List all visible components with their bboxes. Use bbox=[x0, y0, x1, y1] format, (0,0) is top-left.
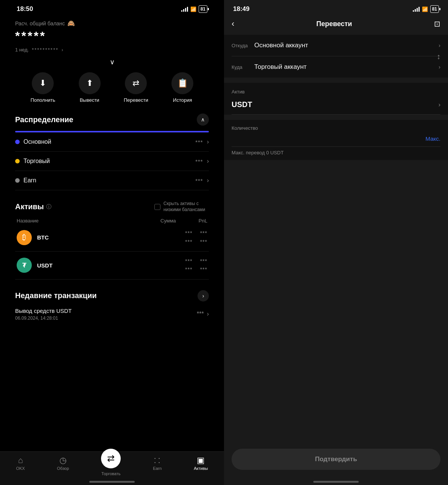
usdt-pnl2: *** bbox=[200, 265, 207, 274]
dist-trade-name: Торговый bbox=[23, 158, 50, 165]
dist-trade-chevron: › bbox=[207, 158, 209, 165]
tx-value: *** bbox=[197, 311, 204, 317]
tx-date: 06.09.2024, 14:28:01 bbox=[15, 316, 72, 321]
btc-pnl2: *** bbox=[200, 238, 207, 246]
trade-button[interactable]: ⇄ bbox=[101, 449, 121, 468]
dist-trade-value: *** bbox=[195, 158, 203, 165]
assets-header: Активы ⓘ Скрыть активы с низкими баланса… bbox=[15, 201, 209, 213]
time-left: 18:50 bbox=[17, 5, 33, 13]
back-button[interactable]: ‹ bbox=[232, 19, 234, 29]
distribution-header: Распределение ∧ bbox=[15, 113, 209, 126]
transfer-icon: ⇄ bbox=[125, 72, 147, 94]
left-screen: 18:50 📶 81 Расч. общий баланс 🙈 ***** 1 … bbox=[0, 0, 224, 485]
page-title: Перевести bbox=[316, 20, 352, 28]
distribution-trade[interactable]: Торговый *** › bbox=[15, 152, 209, 171]
dist-earn-name: Earn bbox=[23, 177, 36, 184]
usdt-val1: *** bbox=[185, 257, 192, 265]
withdraw-button[interactable]: ⬆ Вывести bbox=[79, 72, 101, 103]
collapse-arrow[interactable]: ∨ bbox=[15, 58, 209, 66]
hide-balance-icon[interactable]: 🙈 bbox=[67, 20, 75, 27]
balance-value: ***** bbox=[15, 29, 209, 43]
asset-row-usdt[interactable]: ₮ USDT *** *** *** *** bbox=[15, 252, 209, 280]
withdraw-icon: ⬆ bbox=[79, 72, 101, 94]
usdt-val2: *** bbox=[185, 265, 192, 274]
from-chevron: › bbox=[439, 42, 440, 48]
btc-icon: ₿ bbox=[17, 230, 32, 245]
btc-pnl1: *** bbox=[200, 229, 207, 237]
deposit-label: Пополнить bbox=[31, 97, 55, 103]
home-indicator-right bbox=[313, 481, 359, 483]
nav-trade[interactable]: ⇄ Торговать bbox=[101, 452, 121, 476]
status-bar-left: 18:50 📶 81 bbox=[8, 0, 216, 16]
qty-label: Количество bbox=[232, 125, 440, 131]
home-indicator-left bbox=[89, 481, 135, 483]
quantity-section: Количество Макс. Макс. перевод 0 USDT bbox=[224, 120, 448, 160]
dist-main-name: Основной bbox=[23, 138, 51, 145]
tx-chevron: › bbox=[207, 311, 209, 317]
nav-earn[interactable]: ⸬ Earn bbox=[153, 456, 162, 476]
status-icons-right: 📶 81 bbox=[413, 5, 439, 13]
transfer-button[interactable]: ⇄ Перевести bbox=[124, 72, 148, 103]
col-amount: Сумма bbox=[160, 218, 176, 224]
nav-earn-label: Earn bbox=[153, 466, 162, 471]
dot-earn bbox=[15, 178, 20, 183]
asset-value-row[interactable]: USDT › bbox=[232, 95, 440, 115]
dist-main-chevron: › bbox=[207, 138, 209, 145]
hide-low-balances[interactable]: Скрыть активы с низкими балансами bbox=[154, 201, 209, 213]
to-label: Куда bbox=[232, 64, 254, 70]
distribution-earn[interactable]: Earn *** › bbox=[15, 171, 209, 190]
dot-main bbox=[15, 140, 20, 144]
time-right: 18:49 bbox=[233, 5, 249, 13]
nav-assets-label: Активы bbox=[194, 466, 208, 471]
signal-icon bbox=[181, 6, 188, 12]
status-bar-right: 18:49 📶 81 bbox=[224, 0, 448, 16]
scan-icon[interactable]: ⊡ bbox=[434, 19, 440, 28]
deposit-icon: ⬇ bbox=[32, 72, 54, 94]
dot-trade bbox=[15, 159, 20, 163]
asset-row-btc[interactable]: ₿ BTC *** *** *** *** bbox=[15, 224, 209, 252]
deposit-button[interactable]: ⬇ Пополнить bbox=[31, 72, 55, 103]
col-name: Название bbox=[17, 218, 39, 224]
distribution-collapse-btn[interactable]: ∧ bbox=[197, 113, 209, 126]
max-button[interactable]: Макс. bbox=[426, 135, 440, 142]
from-label: Откуда bbox=[232, 43, 254, 48]
history-button[interactable]: 📋 История bbox=[171, 72, 193, 103]
asset-section: Актив USDT › bbox=[224, 83, 448, 115]
wifi-icon-right: 📶 bbox=[422, 6, 428, 12]
overview-icon: ◷ bbox=[59, 456, 67, 465]
recent-title: Недавние транзакции bbox=[15, 291, 97, 300]
period-label: 1 нед. bbox=[15, 47, 29, 53]
max-transfer: Макс. перевод 0 USDT bbox=[232, 150, 440, 155]
history-label: История bbox=[173, 97, 192, 103]
distribution-title: Распределение bbox=[15, 115, 73, 124]
from-value: Основной аккаунт bbox=[254, 42, 439, 49]
period-chevron[interactable]: › bbox=[62, 47, 63, 53]
nav-assets[interactable]: ▣ Активы bbox=[194, 456, 208, 476]
distribution-main[interactable]: Основной *** › bbox=[15, 132, 209, 152]
btc-val1: *** bbox=[185, 229, 192, 237]
asset-value: USDT bbox=[232, 100, 252, 109]
asset-label: Актив bbox=[232, 89, 245, 95]
recent-arrow-btn[interactable]: › bbox=[198, 290, 209, 302]
right-screen: 18:49 📶 81 ‹ Перевести ⊡ Откуда Основной… bbox=[224, 0, 448, 485]
confirm-button[interactable]: Подтвердить bbox=[232, 449, 440, 470]
to-row[interactable]: Куда Торговый аккаунт › bbox=[232, 56, 440, 78]
btc-val2: *** bbox=[185, 238, 192, 246]
withdraw-label: Вывести bbox=[80, 97, 100, 103]
from-row[interactable]: Откуда Основной аккаунт › bbox=[232, 35, 440, 56]
btc-values: *** *** bbox=[185, 229, 192, 246]
battery-left: 81 bbox=[199, 5, 207, 13]
period-value: ********** bbox=[32, 47, 59, 53]
assets-info-icon[interactable]: ⓘ bbox=[46, 204, 51, 210]
action-buttons: ⬇ Пополнить ⬆ Вывести ⇄ Перевести 📋 Исто… bbox=[15, 72, 209, 103]
nav-home[interactable]: ⌂ OKX bbox=[16, 456, 25, 476]
dist-earn-chevron: › bbox=[207, 177, 209, 184]
asset-chevron: › bbox=[439, 101, 440, 108]
tx-row-1[interactable]: Вывод средств USDT 06.09.2024, 14:28:01 … bbox=[15, 308, 209, 321]
assets-nav-icon: ▣ bbox=[197, 456, 205, 465]
nav-overview[interactable]: ◷ Обзор bbox=[57, 456, 69, 476]
col-pnl: PnL bbox=[199, 218, 207, 224]
hide-checkbox[interactable] bbox=[154, 204, 160, 210]
swap-icon[interactable]: ↕ bbox=[437, 52, 440, 61]
to-chevron: › bbox=[439, 64, 440, 70]
